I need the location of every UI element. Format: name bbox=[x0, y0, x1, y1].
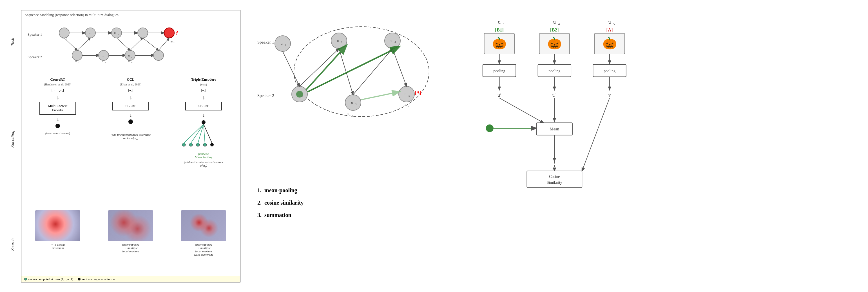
svg-point-17 bbox=[72, 50, 82, 61]
svg-text:u: u bbox=[337, 38, 339, 43]
svg-text:_: _ bbox=[104, 61, 106, 63]
heatmap3 bbox=[181, 210, 226, 241]
left-panel: Sequence Modeling (response selection) i… bbox=[21, 10, 241, 283]
svg-point-56 bbox=[294, 27, 429, 117]
search-note2: superimposed→ multiplelocal maxima bbox=[122, 243, 139, 253]
svg-text:u: u bbox=[347, 112, 349, 116]
svg-point-1 bbox=[59, 28, 69, 38]
right-diagram-svg: u 1 [B1] u 4 [B2] u 5 [A] 🎃 🎃 🎃 bbox=[471, 15, 646, 277]
middle-diagram-svg: Speaker 1 Speaker 2 u 2 u 4 u 1 u 3 u bbox=[254, 15, 452, 178]
svg-point-67 bbox=[345, 95, 361, 110]
svg-line-37 bbox=[64, 38, 77, 50]
svg-text:2: 2 bbox=[78, 61, 80, 63]
encoding-section: ConveRT (Henderson et al., 2020) [u1,...… bbox=[22, 75, 240, 208]
col3-encoder: SBERT bbox=[185, 102, 222, 110]
col3-input: [un] bbox=[201, 88, 206, 93]
svg-text:Cosine: Cosine bbox=[549, 174, 560, 178]
col1-note: (one context vector) bbox=[45, 132, 70, 135]
col1-input: [u1,...,un] bbox=[52, 88, 64, 93]
svg-point-121 bbox=[486, 124, 494, 132]
svg-text:Speaker 2: Speaker 2 bbox=[257, 93, 274, 98]
mid-bottom: 1. mean-pooling 2. cosine similarity 3. … bbox=[254, 178, 452, 227]
svg-text:u: u bbox=[128, 59, 130, 62]
svg-line-50 bbox=[191, 124, 204, 143]
col2-title: CCL bbox=[127, 77, 134, 82]
col1-content: [u1,...,un] ↓ Multi-ContextEncoder ↓ (on… bbox=[24, 88, 91, 135]
svg-text:_: _ bbox=[131, 61, 133, 63]
legend-black-dot bbox=[78, 278, 81, 281]
main-container: Task Encoding Search Sequence Modeling (… bbox=[6, 3, 862, 289]
svg-point-10 bbox=[138, 28, 148, 38]
col3-content: [un] ↓ SBERT ↓ bbox=[170, 88, 237, 168]
svg-text:pooling: pooling bbox=[494, 69, 505, 73]
svg-text:u: u bbox=[62, 36, 64, 40]
svg-text:u: u bbox=[609, 19, 611, 25]
svg-line-79 bbox=[300, 49, 339, 86]
svg-text:...: ... bbox=[102, 53, 104, 57]
col2-dot bbox=[128, 119, 133, 124]
svg-line-83 bbox=[307, 47, 399, 92]
task-diagram-svg: Speaker 1 ... u n ? u n+1 bbox=[25, 19, 233, 72]
svg-text:...: ... bbox=[89, 31, 92, 35]
search-col1: → 1 globalmaximum bbox=[22, 208, 94, 276]
svg-text:u: u bbox=[75, 59, 77, 62]
svg-text:5: 5 bbox=[613, 22, 615, 26]
svg-text:2: 2 bbox=[341, 41, 342, 44]
col3-arrow2: ↓ bbox=[202, 112, 205, 118]
svg-text:[A]: [A] bbox=[607, 27, 613, 32]
svg-text:3: 3 bbox=[355, 103, 356, 106]
legend-bar: vectors computed at turns [1,...,n−1] ve… bbox=[22, 276, 240, 282]
svg-line-40 bbox=[130, 38, 143, 50]
search-label: Search bbox=[6, 207, 20, 283]
svg-text:u: u bbox=[553, 19, 556, 25]
col3-subtitle: (ours) bbox=[200, 83, 207, 86]
svg-text:u: u bbox=[128, 53, 130, 57]
svg-text:u: u bbox=[391, 38, 393, 43]
col3-note: (add n−1 contexualized vectors of un) bbox=[182, 160, 225, 168]
search-col2: superimposed→ multiplelocal maxima bbox=[94, 208, 167, 276]
col1-arrow2: ↓ bbox=[56, 116, 59, 122]
col1-encoder: Multi-ContextEncoder bbox=[39, 102, 76, 115]
svg-text:u: u bbox=[498, 19, 501, 25]
search-section: → 1 globalmaximum superimposed→ multiple… bbox=[22, 208, 240, 276]
col2-subtitle: (Erker et al., 2023) bbox=[120, 83, 141, 86]
svg-line-42 bbox=[158, 38, 169, 50]
svg-text:🎃: 🎃 bbox=[492, 36, 507, 50]
svg-line-81 bbox=[353, 49, 393, 95]
svg-point-86 bbox=[296, 91, 303, 98]
svg-text:u: u bbox=[404, 102, 406, 106]
svg-text:u: u bbox=[405, 92, 407, 96]
svg-text:4: 4 bbox=[395, 41, 396, 44]
svg-rect-128 bbox=[527, 171, 582, 187]
svg-text:4: 4 bbox=[558, 22, 560, 26]
task-section: Sequence Modeling (response selection) i… bbox=[22, 10, 240, 75]
middle-panel: Speaker 1 Speaker 2 u 2 u 4 u 1 u 3 u bbox=[249, 10, 457, 283]
svg-line-119 bbox=[499, 98, 544, 122]
col2-arrow1: ↓ bbox=[129, 95, 132, 100]
svg-point-12 bbox=[164, 28, 174, 38]
svg-point-72 bbox=[399, 86, 414, 102]
svg-text:n+1: n+1 bbox=[170, 40, 175, 43]
svg-text:pooling: pooling bbox=[603, 69, 616, 73]
col-convert: ConveRT (Henderson et al., 2020) [u1,...… bbox=[22, 75, 94, 208]
svg-point-47 bbox=[203, 143, 207, 146]
svg-point-61 bbox=[384, 33, 400, 49]
task-title: Sequence Modeling (response selection) i… bbox=[25, 13, 237, 17]
svg-line-82 bbox=[393, 49, 407, 86]
svg-text:pooling: pooling bbox=[549, 69, 560, 73]
legend-black: vectors computed at turn n bbox=[78, 278, 115, 281]
legend-green: vectors computed at turns [1,...,n−1] bbox=[24, 278, 73, 281]
svg-line-126 bbox=[582, 98, 610, 171]
svg-text:u: u bbox=[114, 31, 116, 35]
svg-point-45 bbox=[189, 143, 193, 146]
svg-point-32 bbox=[153, 50, 163, 61]
svg-text:Speaker 2: Speaker 2 bbox=[28, 55, 42, 59]
svg-line-78 bbox=[283, 51, 300, 86]
col2-encoder: SBERT bbox=[112, 102, 149, 110]
svg-text:v: v bbox=[609, 92, 611, 98]
col1-title: ConveRT bbox=[51, 77, 65, 82]
heatmap1 bbox=[35, 210, 80, 241]
col2-note: (add uncontextualized utterance vector o… bbox=[110, 133, 152, 141]
col1-dot bbox=[56, 124, 60, 128]
svg-text:5: 5 bbox=[408, 104, 409, 107]
